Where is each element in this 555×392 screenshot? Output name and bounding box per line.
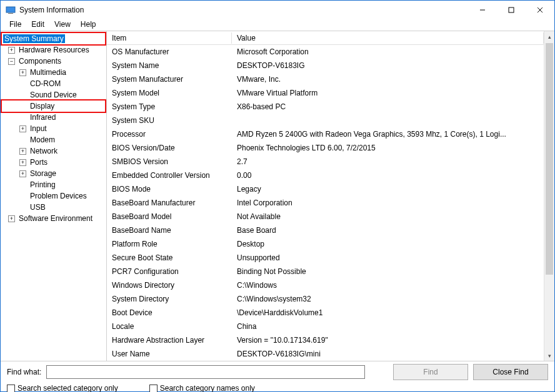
tree-display[interactable]: Display xyxy=(2,100,105,112)
minimize-button[interactable] xyxy=(468,1,497,19)
scroll-up-icon[interactable]: ▴ xyxy=(544,31,554,42)
tree-multimedia[interactable]: + Multimedia xyxy=(2,67,105,78)
list-row[interactable]: System NameDESKTOP-V6183IG xyxy=(107,59,544,72)
list-row[interactable]: Platform RoleDesktop xyxy=(107,237,544,251)
maximize-button[interactable] xyxy=(497,1,526,19)
list-row[interactable]: ProcessorAMD Ryzen 5 2400G with Radeon V… xyxy=(107,127,544,141)
scroll-thumb[interactable] xyxy=(546,43,553,275)
list-cell-value: Binding Not Possible xyxy=(232,267,544,277)
checkbox-search-names[interactable]: Search category names only xyxy=(149,384,255,392)
tree-ports[interactable]: + Ports xyxy=(2,157,105,168)
list-row[interactable]: System TypeX86-based PC xyxy=(107,100,544,114)
close-button[interactable] xyxy=(526,1,554,19)
expand-icon[interactable]: + xyxy=(19,69,26,76)
leaf-icon xyxy=(19,193,26,200)
list-row[interactable]: System SKU xyxy=(107,114,544,127)
list-row[interactable]: Windows DirectoryC:\Windows xyxy=(107,278,544,292)
tree-usb[interactable]: USB xyxy=(2,202,105,213)
tree-system-summary[interactable]: System Summary xyxy=(2,33,105,44)
scroll-track[interactable] xyxy=(544,42,554,350)
expand-icon[interactable]: + xyxy=(19,125,26,132)
tree-label: USB xyxy=(29,203,47,212)
checkbox-icon xyxy=(7,385,15,393)
tree-printing[interactable]: Printing xyxy=(2,179,105,190)
list-row[interactable]: LocaleChina xyxy=(107,320,544,333)
list-row[interactable]: Hardware Abstraction LayerVersion = "10.… xyxy=(107,333,544,347)
list-cell-item: BaseBoard Manufacturer xyxy=(107,198,232,208)
tree-label: System Summary xyxy=(3,34,65,43)
tree-pane[interactable]: System Summary + Hardware Resources − Co… xyxy=(1,31,107,361)
tree-software-environment[interactable]: + Software Environment xyxy=(2,213,105,224)
expand-icon[interactable]: + xyxy=(8,47,15,54)
collapse-icon[interactable]: − xyxy=(8,58,15,65)
column-header-item[interactable]: Item xyxy=(107,32,232,44)
list-cell-item: BaseBoard Name xyxy=(107,225,232,235)
list-row[interactable]: System DirectoryC:\Windows\system32 xyxy=(107,292,544,306)
list-cell-value: 2.7 xyxy=(232,157,544,167)
list-cell-item: Platform Role xyxy=(107,239,232,249)
tree-infrared[interactable]: Infrared xyxy=(2,112,105,123)
tree-hardware-resources[interactable]: + Hardware Resources xyxy=(2,44,105,56)
tree-network[interactable]: + Network xyxy=(2,145,105,157)
expand-icon[interactable]: + xyxy=(19,159,26,166)
list-row[interactable]: SMBIOS Version2.7 xyxy=(107,155,544,169)
list-header: Item Value xyxy=(107,31,544,45)
list-cell-item: Processor xyxy=(107,129,232,139)
list-cell-item: Embedded Controller Version xyxy=(107,170,232,180)
list-row[interactable]: BaseBoard NameBase Board xyxy=(107,223,544,237)
menu-edit[interactable]: Edit xyxy=(26,19,49,29)
tree-problem-devices[interactable]: Problem Devices xyxy=(2,190,105,202)
menubar: File Edit View Help xyxy=(1,19,554,31)
list-row[interactable]: OS ManufacturerMicrosoft Corporation xyxy=(107,45,544,59)
tree-input[interactable]: + Input xyxy=(2,123,105,134)
list-cell-value: Base Board xyxy=(232,225,544,235)
tree-label: Software Environment xyxy=(18,214,94,223)
window-frame: System Information File Edit View Help S… xyxy=(0,0,555,392)
list-row[interactable]: Embedded Controller Version0.00 xyxy=(107,169,544,182)
menu-help[interactable]: Help xyxy=(76,19,101,29)
list-row[interactable]: BIOS Version/DatePhoenix Technologies LT… xyxy=(107,141,544,155)
scroll-down-icon[interactable]: ▾ xyxy=(544,350,554,361)
list-cell-item: PCR7 Configuration xyxy=(107,267,232,277)
menu-view[interactable]: View xyxy=(49,19,76,29)
list-cell-value: Legacy xyxy=(232,184,544,194)
tree-label: Network xyxy=(29,147,59,155)
list-row[interactable]: Secure Boot StateUnsupported xyxy=(107,251,544,265)
list-row[interactable]: BaseBoard ModelNot Available xyxy=(107,210,544,223)
list-row[interactable]: BaseBoard ManufacturerIntel Corporation xyxy=(107,196,544,210)
tree-components[interactable]: − Components xyxy=(2,56,105,67)
find-button[interactable]: Find xyxy=(393,364,468,380)
list-cell-value: AMD Ryzen 5 2400G with Radeon Vega Graph… xyxy=(232,129,544,139)
list-row[interactable]: PCR7 ConfigurationBinding Not Possible xyxy=(107,265,544,278)
menu-file[interactable]: File xyxy=(4,19,26,29)
list-cell-value: Desktop xyxy=(232,239,544,249)
tree-modem[interactable]: Modem xyxy=(2,134,105,145)
list-cell-item: SMBIOS Version xyxy=(107,157,232,167)
tree-storage[interactable]: + Storage xyxy=(2,168,105,179)
list-cell-item: System Type xyxy=(107,102,232,112)
find-input[interactable] xyxy=(46,365,365,379)
list-cell-item: System Directory xyxy=(107,294,232,304)
list-row[interactable]: User NameDESKTOP-V6183IG\mini xyxy=(107,347,544,361)
column-header-value[interactable]: Value xyxy=(232,32,544,44)
svg-rect-1 xyxy=(8,13,13,14)
vertical-scrollbar[interactable]: ▴ ▾ xyxy=(544,31,554,361)
leaf-icon xyxy=(19,103,26,110)
list-cell-value: \Device\HarddiskVolume1 xyxy=(232,308,544,318)
list-cell-value: Not Available xyxy=(232,212,544,222)
list-row[interactable]: System ManufacturerVMware, Inc. xyxy=(107,72,544,86)
list-row[interactable]: System ModelVMware Virtual Platform xyxy=(107,86,544,100)
list-row[interactable]: Boot Device\Device\HarddiskVolume1 xyxy=(107,306,544,320)
expand-icon[interactable]: + xyxy=(8,215,15,222)
leaf-icon xyxy=(19,204,26,211)
list-cell-value: DESKTOP-V6183IG xyxy=(232,61,544,71)
checkbox-search-selected[interactable]: Search selected category only xyxy=(7,384,118,392)
close-find-button[interactable]: Close Find xyxy=(473,364,548,380)
tree-cdrom[interactable]: CD-ROM xyxy=(2,78,105,89)
tree-sound-device[interactable]: Sound Device xyxy=(2,89,105,100)
list-cell-value: C:\Windows xyxy=(232,280,544,290)
expand-icon[interactable]: + xyxy=(19,170,26,177)
expand-icon[interactable]: + xyxy=(19,148,26,155)
list-row[interactable]: BIOS ModeLegacy xyxy=(107,182,544,196)
list-cell-item: BIOS Version/Date xyxy=(107,143,232,153)
